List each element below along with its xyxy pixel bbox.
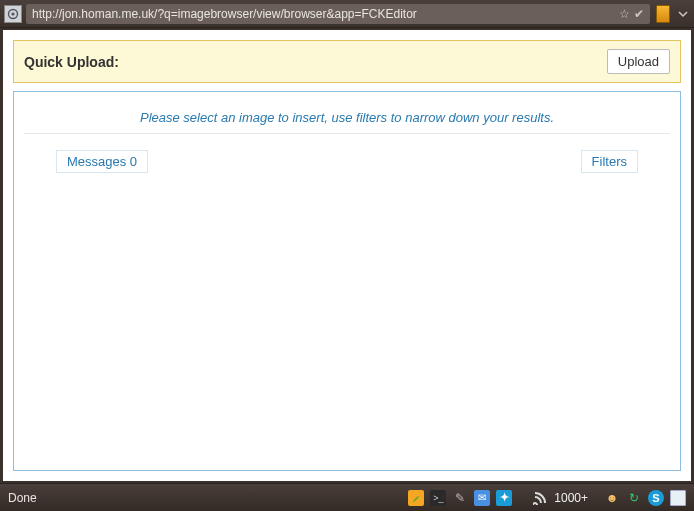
bookmark-star-icon[interactable]: ☆ (619, 7, 630, 21)
upload-button[interactable]: Upload (607, 49, 670, 74)
bookmarks-icon[interactable] (656, 5, 670, 23)
address-bar: http://jon.homan.me.uk/?q=imagebrowser/v… (0, 0, 694, 28)
svg-point-1 (11, 12, 14, 15)
verified-check-icon: ✔ (634, 7, 644, 21)
filters-button[interactable]: Filters (581, 150, 638, 173)
url-input-container[interactable]: http://jon.homan.me.uk/?q=imagebrowser/v… (26, 4, 650, 24)
messages-button[interactable]: Messages 0 (56, 150, 148, 173)
status-text: Done (8, 491, 37, 505)
url-text[interactable]: http://jon.homan.me.uk/?q=imagebrowser/v… (32, 7, 615, 21)
page-favicon (4, 5, 22, 23)
quick-upload-title: Quick Upload: (24, 54, 119, 70)
mail-icon[interactable]: ✉ (474, 490, 490, 506)
notes-icon[interactable] (408, 490, 424, 506)
instruction-text: Please select an image to insert, use fi… (18, 96, 676, 133)
clipboard-icon[interactable] (670, 490, 686, 506)
skype-icon[interactable]: S (648, 490, 664, 506)
quick-upload-panel: Quick Upload: Upload (13, 40, 681, 83)
status-bar: Done >_ ✎ ✉ ✦ 1000+ ☻ ↻ S (0, 483, 694, 511)
pen-icon[interactable]: ✎ (452, 490, 468, 506)
sync-icon[interactable]: ↻ (626, 490, 642, 506)
image-browser-panel: Please select an image to insert, use fi… (13, 91, 681, 471)
terminal-icon[interactable]: >_ (430, 490, 446, 506)
rss-count[interactable]: 1000+ (554, 491, 588, 505)
chevron-down-icon[interactable] (678, 9, 688, 19)
browser-button-row: Messages 0 Filters (18, 134, 676, 173)
page-content: Quick Upload: Upload Please select an im… (3, 30, 691, 481)
extension-icon[interactable]: ✦ (496, 490, 512, 506)
greasemonkey-icon[interactable]: ☻ (604, 490, 620, 506)
rss-icon[interactable] (532, 490, 548, 506)
